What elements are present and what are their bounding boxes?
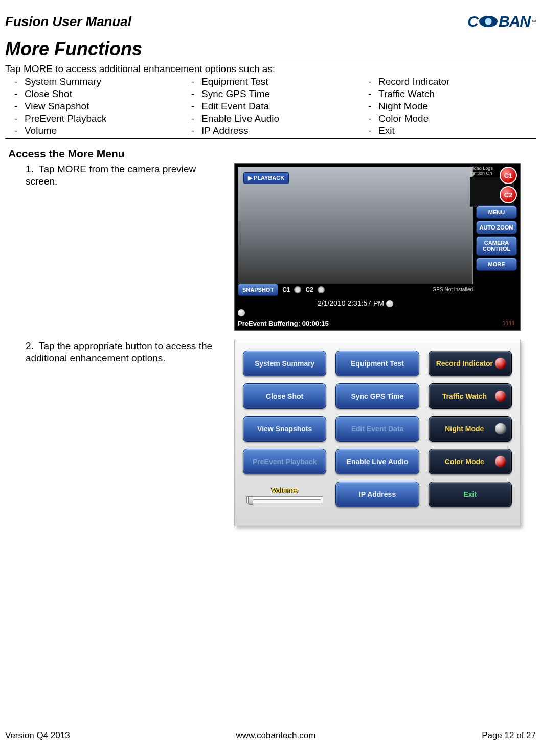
footer-url: www.cobantech.com [236, 730, 315, 741]
more-button[interactable]: MORE [476, 258, 517, 271]
footer-version: Version Q4 2013 [5, 730, 70, 741]
volume-slider[interactable] [246, 496, 323, 503]
option-item: System Summary [14, 76, 182, 88]
video-feed: ▶ PLAYBACK [238, 167, 473, 284]
option-item: View Snapshot [14, 100, 182, 112]
buffer-status: PreEvent Buffering: 00:00:15 [238, 319, 473, 327]
record-indicator-icon [386, 300, 393, 307]
option-item: Color Mode [368, 112, 536, 125]
c1-button[interactable]: C1 [500, 167, 517, 184]
section-title: More Functions [5, 38, 536, 60]
exit-button[interactable]: Exit [429, 482, 512, 507]
gps-status: GPS Not Installed [433, 287, 473, 292]
sync-gps-button[interactable]: Sync GPS Time [335, 383, 419, 409]
status-dot-icon [238, 309, 245, 316]
preevent-playback-button[interactable]: PreEvent Playback [243, 449, 326, 474]
ip-address-button[interactable]: IP Address [335, 482, 419, 507]
subheading: Access the More Menu [8, 148, 536, 160]
footer-page: Page 12 of 27 [482, 730, 536, 741]
volume-label: Volume [271, 486, 298, 494]
option-item: Enable Live Audio [191, 112, 359, 125]
c1-radio[interactable] [294, 286, 301, 293]
option-item: Exit [368, 125, 536, 137]
night-mode-button[interactable]: Night Mode [429, 416, 512, 442]
edit-event-button[interactable]: Edit Event Data [335, 416, 419, 442]
timestamp: 2/1/2010 2:31:57 PM [238, 299, 473, 307]
brand-logo: CBAN™ [467, 13, 536, 30]
c2-button[interactable]: C2 [500, 186, 517, 203]
led-red-icon [495, 358, 506, 369]
color-mode-button[interactable]: Color Mode [429, 449, 512, 474]
view-snapshots-button[interactable]: View Snapshots [243, 416, 326, 442]
option-item: Sync GPS Time [191, 88, 359, 100]
volume-cell: Volume [243, 482, 326, 507]
led-red-icon [495, 391, 506, 402]
option-item: Equipment Test [191, 76, 359, 88]
option-item: IP Address [191, 125, 359, 137]
doc-title: Fusion User Manual [5, 14, 131, 30]
divider [5, 61, 536, 61]
option-item: Edit Event Data [191, 100, 359, 112]
option-item: Traffic Watch [368, 88, 536, 100]
record-indicator-button[interactable]: Record Indicator [429, 351, 512, 376]
playback-button[interactable]: ▶ PLAYBACK [243, 172, 289, 184]
option-item: PreEvent Playback [14, 112, 182, 125]
index-label: 1111 [503, 320, 515, 326]
c2-radio[interactable] [318, 286, 325, 293]
enable-live-audio-button[interactable]: Enable Live Audio [335, 449, 419, 474]
led-gray-icon [495, 423, 506, 434]
camera-control-button[interactable]: CAMERA CONTROL [476, 236, 517, 256]
more-menu-screenshot: System Summary Equipment Test Record Ind… [234, 340, 521, 526]
logo-eye-icon [479, 16, 498, 27]
option-item: Close Shot [14, 88, 182, 100]
option-item: Record Indicator [368, 76, 536, 88]
led-red-icon [495, 456, 506, 467]
snapshot-button[interactable]: SNAPSHOT [238, 284, 278, 296]
auto-zoom-button[interactable]: AUTO ZOOM [476, 221, 517, 234]
close-shot-button[interactable]: Close Shot [243, 383, 326, 409]
camera-preview-screenshot: ▶ PLAYBACK Video Logs Ignition On C1 C2 … [234, 163, 521, 331]
intro-text: Tap MORE to access additional enhancemen… [5, 63, 536, 75]
option-item: Night Mode [368, 100, 536, 112]
equipment-test-button[interactable]: Equipment Test [335, 351, 419, 376]
step-2: 2.Tap the appropriate button to access t… [5, 340, 225, 526]
divider [5, 138, 536, 139]
menu-button[interactable]: MENU [476, 205, 517, 219]
traffic-watch-button[interactable]: Traffic Watch [429, 383, 512, 409]
option-item: Volume [14, 125, 182, 137]
system-summary-button[interactable]: System Summary [243, 351, 326, 376]
step-1: 1.Tap MORE from the camera preview scree… [5, 163, 225, 331]
